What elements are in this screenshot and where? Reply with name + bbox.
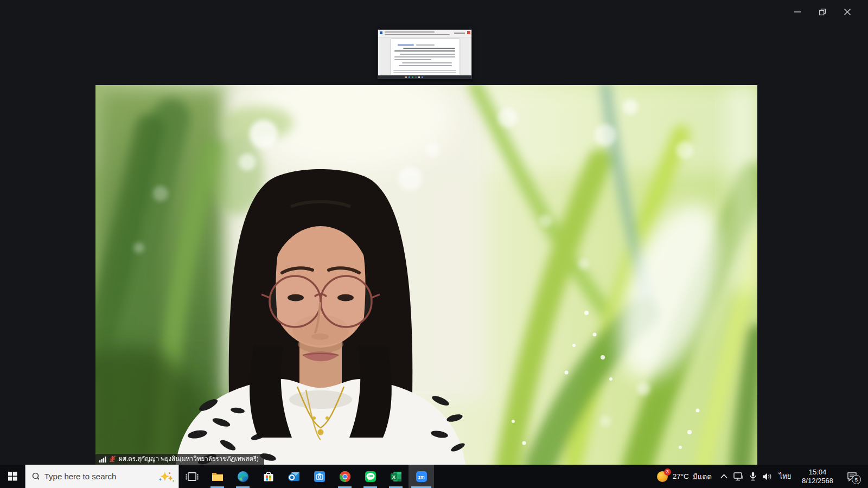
store-button[interactable] (256, 465, 281, 488)
file-explorer-button[interactable] (205, 465, 230, 488)
search-icon (32, 472, 39, 481)
speaker-icon (762, 472, 773, 481)
file-explorer-icon (211, 470, 224, 483)
chevron-up-icon (720, 474, 727, 479)
date-label: 8/12/2568 (802, 477, 833, 485)
participant-name-tag: ผศ.ดร.สุกัญญา พยุงสิน(มหาวิทยาลัยราชภัฏเ… (95, 454, 264, 465)
zoom-logo-text: zm (418, 474, 425, 480)
weather-condition-label: มีแดด (693, 471, 712, 483)
restore-icon (819, 9, 826, 16)
window-controls (789, 0, 868, 24)
weather-badge: 3 (664, 468, 671, 476)
task-view-button[interactable] (179, 465, 205, 488)
microphone-icon (749, 472, 757, 481)
line-icon: LINE (364, 470, 377, 483)
zoom-icon: zm (415, 470, 428, 483)
microphone-button[interactable] (745, 465, 760, 488)
notification-badge: 5 (852, 475, 861, 484)
system-tray: 3 27°C มีแดด (652, 465, 868, 488)
line-logo-text: LINE (367, 475, 373, 478)
language-label: ไทย (779, 471, 792, 482)
participant-video-tile: ผศ.ดร.สุกัญญา พยุงสิน(มหาวิทยาลัยราชภัฏเ… (95, 85, 757, 465)
mic-muted-icon (109, 455, 116, 463)
restore-button[interactable] (814, 4, 831, 20)
start-button[interactable] (0, 465, 25, 488)
search-highlights-icon (158, 470, 174, 484)
participant-video-frame (95, 85, 757, 465)
volume-button[interactable] (760, 465, 775, 488)
chrome-icon (339, 470, 352, 483)
minimize-icon (794, 9, 801, 15)
edge-icon (237, 470, 250, 483)
mini-word-ribbon (378, 30, 471, 37)
participant-name: ผศ.ดร.สุกัญญา พยุงสิน(มหาวิทยาลัยราชภัฏเ… (119, 455, 259, 463)
close-button[interactable] (839, 4, 856, 20)
chrome-button[interactable] (332, 465, 358, 488)
mini-word-icon (380, 31, 382, 34)
weather-widget[interactable]: 3 27°C มีแดด (652, 465, 717, 488)
clock[interactable]: 15:04 8/12/2568 (795, 465, 840, 488)
time-label: 15:04 (809, 468, 827, 477)
outlook-button[interactable] (281, 465, 307, 488)
search-input[interactable] (43, 471, 154, 481)
hidden-icons-button[interactable] (717, 465, 731, 488)
zoom-button[interactable]: zm (409, 465, 434, 488)
mini-taskbar (378, 75, 471, 79)
line-button[interactable]: LINE (358, 465, 383, 488)
outlook-icon (288, 470, 301, 483)
shared-screen-preview[interactable] (378, 29, 472, 79)
edge-button[interactable] (230, 465, 256, 488)
task-view-icon (186, 470, 199, 483)
weather-sun-icon: 3 (657, 471, 669, 483)
windows-logo-icon (8, 472, 17, 481)
language-indicator[interactable]: ไทย (775, 465, 795, 488)
excel-logo-text: X (392, 474, 395, 480)
action-center-button[interactable]: 5 (840, 465, 864, 488)
taskbar-search[interactable] (25, 465, 179, 488)
mini-close-icon (467, 31, 470, 34)
excel-icon: X (390, 470, 403, 483)
minimize-button[interactable] (789, 4, 806, 20)
snipping-tool-icon (313, 470, 326, 483)
taskbar: LINE X zm 3 27°C มีแดด (0, 465, 868, 488)
signal-bars-icon (99, 456, 106, 463)
close-icon (844, 9, 851, 15)
mini-document-page (391, 39, 459, 75)
ethernet-icon (733, 472, 743, 481)
snipping-tool-button[interactable] (307, 465, 332, 488)
store-icon (262, 470, 275, 483)
temperature-label: 27°C (673, 472, 689, 480)
excel-button[interactable]: X (383, 465, 409, 488)
network-button[interactable] (731, 465, 745, 488)
